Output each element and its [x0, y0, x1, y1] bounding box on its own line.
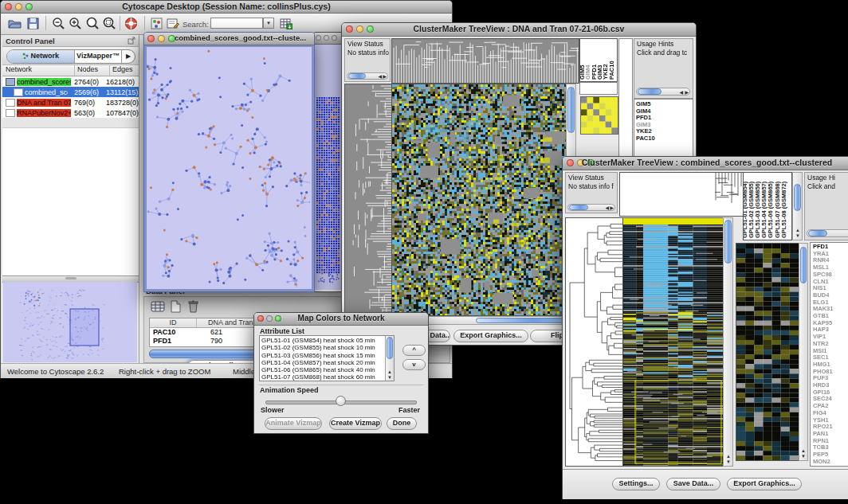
edge-count: 107847(0) [106, 109, 139, 117]
minimize-icon[interactable] [324, 35, 329, 41]
zoom-in-icon[interactable] [69, 17, 82, 30]
cytoscape-titlebar[interactable]: Cytoscape Desktop (Session Name: collins… [1, 1, 452, 14]
tv2-settings-button[interactable]: Settings... [612, 478, 660, 490]
save-icon[interactable] [27, 18, 39, 29]
tv1-export-graphics-button[interactable]: Export Graphics... [453, 330, 528, 342]
network-name: RNAPuberNov2+| [17, 109, 71, 117]
network-view-window: combined_scores_good.txt--cluste... [143, 32, 315, 292]
tv2-zoom-heatmap[interactable] [736, 243, 799, 461]
tv1-column-labels[interactable]: GIM5GIM4PFD1GIM3YKE2PAC10 [579, 38, 618, 82]
zoom-out-icon[interactable] [52, 17, 65, 30]
rotated-column-label: PAC10 [609, 61, 614, 80]
network-list-row[interactable]: combined_scores_2764(0)16218(0) [2, 76, 139, 87]
tv2-view-status-panel: View Status No status info f ◀▶ [565, 172, 618, 213]
zoom-window-icon[interactable] [332, 35, 337, 41]
file-icon [6, 109, 15, 117]
tv2-collabel-scrollbar[interactable]: ▲▼ [792, 172, 803, 240]
move-down-button[interactable]: v [402, 359, 426, 370]
network-list-row[interactable]: combined_sco2569(6)13112(15) [2, 87, 139, 97]
attribute-list-item[interactable]: GPL51-02 (GSM855) heat shock 10 min [261, 344, 394, 351]
vizmapper-icon[interactable] [151, 18, 163, 29]
tab-vizmapper[interactable]: VizMapper™ [75, 50, 122, 63]
edge-count: 183728(0) [106, 99, 139, 107]
new-attribute-icon[interactable] [170, 300, 182, 313]
treeview2-title: ClusterMaker TreeView : combined_scores_… [555, 158, 848, 167]
tv2-zoom-vscrollbar[interactable]: ▲▼ [799, 243, 808, 461]
network-view-canvas[interactable] [147, 47, 310, 287]
tv1-mini-heatmap[interactable] [580, 96, 618, 135]
delete-attribute-icon[interactable] [187, 299, 199, 313]
tv2-status-scrollbar[interactable]: ◀▶ [567, 204, 615, 211]
control-panel: Control Panel Network VizMapper™ ▶ Netwo… [2, 35, 139, 363]
tv1-view-status-panel: View Status No status info f ◀▶ [344, 38, 391, 82]
annotation-icon[interactable] [167, 18, 179, 29]
attribute-listbox[interactable]: GPL51-01 (GSM854) heat shock 05 minGPL51… [259, 335, 395, 381]
tv2-save-data-button[interactable]: Save Data... [666, 478, 720, 490]
tv1-column-dendrogram[interactable] [391, 38, 579, 84]
tv2-heatmap-vscrollbar[interactable]: ▲▼ [723, 217, 733, 467]
animation-speed-label: Animation Speed [260, 386, 319, 394]
attribute-list-item[interactable]: GPL51-01 (GSM854) heat shock 05 min [261, 337, 394, 344]
node-count: 769(0) [74, 99, 95, 107]
move-up-button[interactable]: ^ [402, 345, 426, 356]
tv1-gene-list[interactable]: GIM5GIM4PFD1GIM3YKE2PAC10 [634, 99, 693, 158]
tv2-row-dendrogram[interactable] [565, 217, 624, 467]
slider-thumb[interactable] [336, 396, 346, 406]
search-dropdown-button[interactable]: ▼ [263, 18, 274, 29]
col-header-id[interactable]: ID [150, 318, 197, 327]
network-name: DNA and Tran 07 [17, 99, 71, 107]
tv2-button-bar: Settings... Save Data... Export Graphics… [563, 469, 848, 499]
status-welcome: Welcome to Cytoscape 2.6.2 [7, 367, 104, 376]
attribute-list-label: Attribute List [260, 327, 304, 335]
tv1-heatmap[interactable] [391, 84, 567, 316]
attribute-list-scrollbar[interactable]: ▲▼ [385, 336, 394, 381]
tv2-column-labels[interactable]: GPL51-01 (GSM854)GPL51-02 (GSM855)GPL51-… [743, 172, 792, 240]
tv1-status-scrollbar[interactable]: ◀▶ [347, 72, 388, 80]
network-list-row[interactable]: DNA and Tran 07769(0)183728(0) [2, 97, 139, 107]
done-button[interactable]: Done [387, 417, 417, 430]
birdseye-view-canvas[interactable] [3, 282, 137, 362]
network-tab-icon [22, 53, 29, 59]
float-panel-icon[interactable] [128, 37, 135, 45]
help-lifering-icon[interactable] [124, 17, 138, 30]
tv2-column-dendrogram[interactable] [619, 172, 744, 217]
treeview1-title: ClusterMaker TreeView : DNA and Tran 07-… [342, 24, 696, 33]
search-input[interactable] [210, 18, 263, 29]
zoom-selected-icon[interactable] [85, 17, 99, 30]
close-icon[interactable] [316, 35, 321, 41]
rotated-column-label: GPL51-08 (GSM872) [781, 182, 787, 238]
network-list-empty-area [2, 127, 139, 276]
tv1-mini-scroll-strip [579, 82, 618, 95]
file-icon [14, 88, 23, 96]
attribute-list-item[interactable]: GPL51-06 (GSM865) heat shock 40 min [261, 366, 394, 373]
tv2-heatmap[interactable] [622, 217, 724, 467]
tv1-usage-hints-panel: Usage Hints Click and drag tc ◀▶ [634, 38, 693, 99]
tv2-row-labels[interactable]: PFD1YRA1RNR4MSL1SPC98CLN1NIS1BUD4ELG1MAK… [810, 242, 848, 467]
tv1-hints-scrollbar[interactable]: ◀▶ [636, 88, 690, 96]
node-count: 2764(0) [74, 78, 99, 86]
file-icon [6, 99, 15, 107]
network-list: combined_scores_2764(0)16218(0)combined_… [2, 76, 139, 118]
tab-network[interactable]: Network [7, 50, 75, 63]
attribute-list-item[interactable]: GPL51-07 (GSM868) heat shock 60 min [261, 373, 394, 381]
tv1-row-dendrogram[interactable] [344, 84, 393, 316]
open-file-icon[interactable] [8, 18, 22, 29]
tab-overflow-button[interactable]: ▶ [122, 50, 135, 63]
create-vizmap-button[interactable]: Create Vizmap [329, 417, 382, 430]
edge-count: 13112(15) [106, 88, 138, 96]
gene-row-label[interactable]: MON2 [813, 459, 848, 466]
node-count: 2569(6) [74, 88, 99, 96]
table-grid-icon[interactable] [151, 300, 165, 313]
attribute-list-item[interactable]: GPL51-03 (GSM856) heat shock 15 min [261, 352, 394, 359]
import-table-icon[interactable] [280, 18, 292, 29]
tv2-export-graphics-button[interactable]: Export Graphics... [727, 478, 802, 490]
background-network-canvas[interactable] [314, 45, 343, 290]
tv2-hints-scrollbar[interactable] [807, 229, 848, 237]
zoom-fit-icon[interactable] [102, 17, 116, 30]
network-list-row[interactable]: RNAPuberNov2+|563(0)107847(0) [2, 107, 139, 118]
attribute-list-item[interactable]: GPL51-04 (GSM857) heat shock 20 min [261, 359, 394, 366]
folder-icon [6, 78, 15, 86]
gene-label[interactable]: PAC10 [634, 135, 693, 143]
dialog-title: Map Colors to Network [254, 314, 428, 322]
animate-vizmap-button[interactable]: Animate Vizmap [265, 417, 322, 430]
